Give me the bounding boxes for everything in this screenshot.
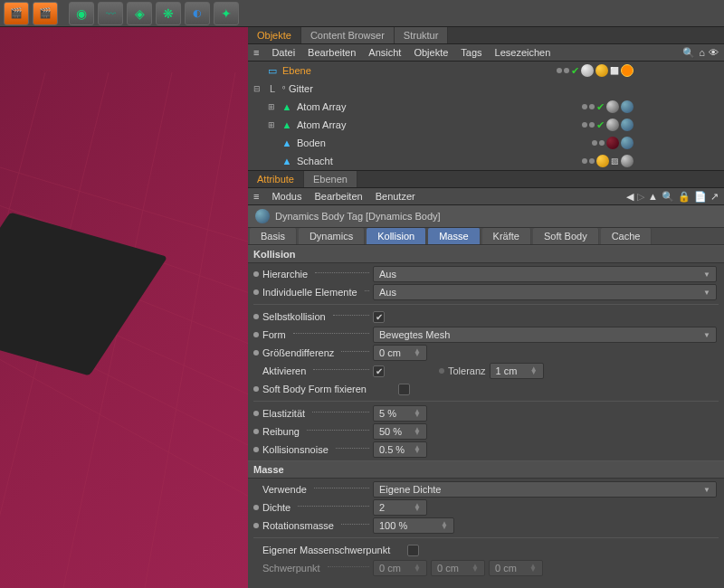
scene-icon[interactable]: ✦ <box>214 2 239 25</box>
section-masse: Masse <box>248 460 724 479</box>
tree-item-schacht[interactable]: Schacht <box>297 156 378 166</box>
generator-icon[interactable]: ❋ <box>156 2 181 25</box>
nurbs-icon[interactable]: ◈ <box>127 2 152 25</box>
tab-objekte[interactable]: Objekte <box>248 27 301 43</box>
search2-icon[interactable]: 🔍 <box>662 191 674 203</box>
dropdown-verwende[interactable]: Eigene Dichte▼ <box>373 481 717 498</box>
lbl-aktivieren: Aktivieren <box>262 365 306 376</box>
ptab-softbody[interactable]: Soft Body <box>533 228 599 244</box>
object-manager-menu: ≡ Datei Bearbeiten Ansicht Objekte Tags … <box>248 44 724 62</box>
ptab-kraefte[interactable]: Kräfte <box>482 228 531 244</box>
field-elast[interactable]: 5 %▲▼ <box>373 405 427 422</box>
hamburger-icon[interactable]: ≡ <box>253 191 259 202</box>
ptab-dynamics[interactable]: Dynamics <box>299 228 365 244</box>
menu-datei[interactable]: Datei <box>272 47 295 58</box>
field-rotmasse[interactable]: 100 %▲▼ <box>373 517 454 534</box>
lbl-elast: Elastizität <box>262 408 305 419</box>
render-icon[interactable]: 🎬 <box>4 2 29 25</box>
lbl-indiv: Individuelle Elemente <box>262 287 357 298</box>
lbl-form: Form <box>262 329 286 340</box>
dropdown-indiv[interactable]: Aus▼ <box>373 284 717 300</box>
cube-icon[interactable]: ◉ <box>69 2 94 25</box>
tree-item-boden[interactable]: Boden <box>297 138 378 148</box>
menu-lesezeichen[interactable]: Lesezeichen <box>495 47 551 58</box>
menu-ansicht[interactable]: Ansicht <box>368 47 401 58</box>
svg-line-9 <box>145 72 235 588</box>
tab-ebenen[interactable]: Ebenen <box>304 171 357 187</box>
checkbox-aktivieren[interactable]: ✔ <box>373 365 385 377</box>
lbl-toleranz: Toleranz <box>448 365 486 376</box>
hamburger-icon[interactable]: ≡ <box>253 47 259 58</box>
deformer-icon[interactable]: ◐ <box>185 2 210 25</box>
object-tree[interactable]: ▭ Ebene ✔ ⬜ ⊟L⁰ Gitter ⊞▲ Atom Array ✔ <box>248 62 724 171</box>
eye-icon[interactable]: 👁 <box>709 47 719 59</box>
lbl-groesse: Größendifferenz <box>262 347 334 358</box>
menu-modus[interactable]: Modus <box>272 191 301 202</box>
search-icon[interactable]: 🔍 <box>682 47 695 59</box>
ptab-basis[interactable]: Basis <box>250 228 297 244</box>
tab-struktur[interactable]: Struktur <box>395 27 449 43</box>
object-manager-tabs: Objekte Content Browser Struktur <box>248 27 724 44</box>
tree-item-ebene[interactable]: Ebene <box>282 65 364 76</box>
new-icon[interactable]: 📄 <box>694 191 707 203</box>
checkbox-eigener-schwerpunkt[interactable] <box>407 545 419 556</box>
lbl-rotmasse: Rotationsmasse <box>262 520 334 531</box>
render-settings-icon[interactable]: 🎬 <box>33 2 58 25</box>
field-reibung[interactable]: 50 %▲▼ <box>373 423 427 440</box>
tree-item-atom2[interactable]: Atom Array <box>297 119 378 130</box>
attribute-menu: ≡ Modus Bearbeiten Benutzer ◀ ▷ ▲ 🔍 🔒 📄 … <box>248 188 724 205</box>
tab-content-browser[interactable]: Content Browser <box>301 27 395 43</box>
menu-bearbeiten[interactable]: Bearbeiten <box>308 47 356 58</box>
menu-objekte[interactable]: Objekte <box>414 47 448 58</box>
dropdown-form[interactable]: Bewegtes Mesh▼ <box>373 327 717 343</box>
lock-icon[interactable]: 🔒 <box>678 191 691 203</box>
home-icon[interactable]: ⌂ <box>699 47 705 59</box>
menu-benutzer[interactable]: Benutzer <box>376 191 415 202</box>
attribute-header: Dynamics Body Tag [Dynamics Body] <box>248 205 724 228</box>
lbl-hierarchie: Hierarchie <box>262 269 308 280</box>
field-schwer-x: 0 cm▲▼ <box>373 560 427 576</box>
field-schwer-y: 0 cm▲▼ <box>431 560 485 576</box>
tree-item-gitter[interactable]: Gitter <box>289 83 370 94</box>
tab-attribute[interactable]: Attribute <box>248 171 304 187</box>
field-schwer-z: 0 cm▲▼ <box>489 560 543 576</box>
section-kollision: Kollision <box>248 245 724 263</box>
top-toolbar: 🎬 🎬 ◉ 〰 ◈ ❋ ◐ ✦ <box>0 0 724 27</box>
menu-tags[interactable]: Tags <box>461 47 481 58</box>
spline-icon[interactable]: 〰 <box>98 2 123 25</box>
field-noise[interactable]: 0.5 %▲▼ <box>373 441 427 458</box>
ptab-kollision[interactable]: Kollision <box>367 228 426 244</box>
up-icon[interactable]: ▲ <box>648 191 658 203</box>
lbl-eigener: Eigener Massenschwerpunkt <box>262 545 390 555</box>
viewport-3d[interactable] <box>0 27 248 588</box>
lbl-reibung: Reibung <box>262 426 300 437</box>
ext-icon[interactable]: ↗ <box>710 191 719 203</box>
tree-item-atom1[interactable]: Atom Array <box>297 101 378 112</box>
lbl-selbst: Selbstkollision <box>262 311 326 322</box>
dropdown-hierarchie[interactable]: Aus▼ <box>373 266 717 282</box>
field-groesse[interactable]: 0 cm▲▼ <box>373 345 427 361</box>
lbl-softbody: Soft Body Form fixieren <box>262 384 367 394</box>
header-label: Dynamics Body Tag [Dynamics Body] <box>275 211 441 222</box>
dynamics-tag-icon <box>255 209 270 223</box>
property-tabs: Basis Dynamics Kollision Masse Kräfte So… <box>248 228 724 245</box>
checkbox-selbstkollision[interactable]: ✔ <box>373 311 385 323</box>
back-icon[interactable]: ◀ <box>626 191 634 203</box>
checkbox-softbody-fix[interactable] <box>398 384 410 395</box>
field-dichte[interactable]: 2▲▼ <box>373 499 427 516</box>
lbl-dichte: Dichte <box>262 502 291 513</box>
field-toleranz[interactable]: 1 cm▲▼ <box>490 363 544 379</box>
ptab-cache[interactable]: Cache <box>601 228 653 244</box>
ptab-masse[interactable]: Masse <box>428 228 480 244</box>
lbl-verwende: Verwende <box>262 484 307 495</box>
lbl-schwerpunkt: Schwerpunkt <box>262 563 320 574</box>
menu-bearbeiten2[interactable]: Bearbeiten <box>314 191 362 202</box>
attribute-tabs: Attribute Ebenen <box>248 171 724 188</box>
lbl-noise: Kollisionsnoise <box>262 444 329 455</box>
